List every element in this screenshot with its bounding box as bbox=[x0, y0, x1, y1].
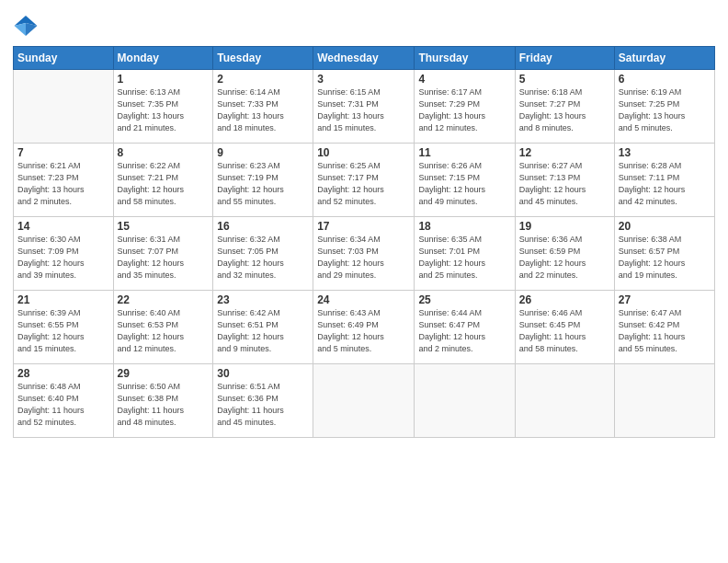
day-number: 1 bbox=[118, 73, 210, 86]
calendar-day-header: Wednesday bbox=[313, 47, 415, 70]
day-info: Sunrise: 6:32 AM Sunset: 7:05 PM Dayligh… bbox=[217, 234, 309, 282]
day-info: Sunrise: 6:13 AM Sunset: 7:35 PM Dayligh… bbox=[118, 86, 210, 134]
calendar-cell: 18Sunrise: 6:35 AM Sunset: 7:01 PM Dayli… bbox=[415, 217, 515, 291]
day-number: 2 bbox=[217, 73, 309, 86]
calendar-day-header: Thursday bbox=[415, 47, 515, 70]
calendar-cell: 22Sunrise: 6:40 AM Sunset: 6:53 PM Dayli… bbox=[113, 291, 213, 364]
day-number: 10 bbox=[317, 146, 410, 159]
day-number: 27 bbox=[619, 293, 711, 306]
calendar-cell: 9Sunrise: 6:23 AM Sunset: 7:19 PM Daylig… bbox=[213, 144, 313, 217]
day-info: Sunrise: 6:46 AM Sunset: 6:45 PM Dayligh… bbox=[519, 307, 610, 355]
calendar-cell: 12Sunrise: 6:27 AM Sunset: 7:13 PM Dayli… bbox=[515, 144, 614, 217]
day-info: Sunrise: 6:44 AM Sunset: 6:47 PM Dayligh… bbox=[418, 307, 510, 355]
calendar-week-row: 28Sunrise: 6:48 AM Sunset: 6:40 PM Dayli… bbox=[14, 364, 715, 438]
day-number: 26 bbox=[519, 293, 610, 306]
calendar-cell: 26Sunrise: 6:46 AM Sunset: 6:45 PM Dayli… bbox=[515, 291, 614, 364]
day-info: Sunrise: 6:39 AM Sunset: 6:55 PM Dayligh… bbox=[17, 307, 109, 355]
calendar-cell: 23Sunrise: 6:42 AM Sunset: 6:51 PM Dayli… bbox=[213, 291, 313, 364]
day-info: Sunrise: 6:19 AM Sunset: 7:25 PM Dayligh… bbox=[619, 86, 711, 134]
calendar-cell: 8Sunrise: 6:22 AM Sunset: 7:21 PM Daylig… bbox=[113, 144, 213, 217]
calendar-cell: 6Sunrise: 6:19 AM Sunset: 7:25 PM Daylig… bbox=[614, 70, 714, 144]
calendar-cell: 3Sunrise: 6:15 AM Sunset: 7:31 PM Daylig… bbox=[313, 70, 415, 144]
calendar-cell: 24Sunrise: 6:43 AM Sunset: 6:49 PM Dayli… bbox=[313, 291, 415, 364]
day-info: Sunrise: 6:36 AM Sunset: 6:59 PM Dayligh… bbox=[519, 234, 610, 282]
logo bbox=[13, 13, 42, 39]
day-info: Sunrise: 6:18 AM Sunset: 7:27 PM Dayligh… bbox=[519, 86, 610, 134]
calendar-cell: 29Sunrise: 6:50 AM Sunset: 6:38 PM Dayli… bbox=[113, 364, 213, 438]
day-info: Sunrise: 6:35 AM Sunset: 7:01 PM Dayligh… bbox=[418, 234, 510, 282]
day-info: Sunrise: 6:50 AM Sunset: 6:38 PM Dayligh… bbox=[118, 381, 210, 429]
calendar-cell: 16Sunrise: 6:32 AM Sunset: 7:05 PM Dayli… bbox=[213, 217, 313, 291]
day-info: Sunrise: 6:25 AM Sunset: 7:17 PM Dayligh… bbox=[317, 160, 410, 208]
calendar-cell: 20Sunrise: 6:38 AM Sunset: 6:57 PM Dayli… bbox=[614, 217, 714, 291]
day-info: Sunrise: 6:42 AM Sunset: 6:51 PM Dayligh… bbox=[217, 307, 309, 355]
day-info: Sunrise: 6:47 AM Sunset: 6:42 PM Dayligh… bbox=[619, 307, 711, 355]
day-info: Sunrise: 6:27 AM Sunset: 7:13 PM Dayligh… bbox=[519, 160, 610, 208]
logo-icon bbox=[13, 13, 39, 39]
calendar-cell: 27Sunrise: 6:47 AM Sunset: 6:42 PM Dayli… bbox=[614, 291, 714, 364]
day-number: 17 bbox=[317, 220, 410, 233]
day-info: Sunrise: 6:17 AM Sunset: 7:29 PM Dayligh… bbox=[418, 86, 510, 134]
day-number: 8 bbox=[118, 146, 210, 159]
calendar-cell: 17Sunrise: 6:34 AM Sunset: 7:03 PM Dayli… bbox=[313, 217, 415, 291]
day-number: 5 bbox=[519, 73, 610, 86]
day-number: 18 bbox=[418, 220, 510, 233]
day-number: 16 bbox=[217, 220, 309, 233]
calendar-cell bbox=[614, 364, 714, 438]
calendar-header-row: SundayMondayTuesdayWednesdayThursdayFrid… bbox=[14, 47, 715, 70]
calendar-week-row: 21Sunrise: 6:39 AM Sunset: 6:55 PM Dayli… bbox=[14, 291, 715, 364]
calendar-cell: 30Sunrise: 6:51 AM Sunset: 6:36 PM Dayli… bbox=[213, 364, 313, 438]
calendar-week-row: 1Sunrise: 6:13 AM Sunset: 7:35 PM Daylig… bbox=[14, 70, 715, 144]
header bbox=[13, 9, 715, 39]
day-number: 20 bbox=[619, 220, 711, 233]
calendar-cell: 19Sunrise: 6:36 AM Sunset: 6:59 PM Dayli… bbox=[515, 217, 614, 291]
day-number: 21 bbox=[17, 293, 109, 306]
day-info: Sunrise: 6:14 AM Sunset: 7:33 PM Dayligh… bbox=[217, 86, 309, 134]
calendar-day-header: Monday bbox=[113, 47, 213, 70]
calendar-cell: 4Sunrise: 6:17 AM Sunset: 7:29 PM Daylig… bbox=[415, 70, 515, 144]
calendar-cell: 28Sunrise: 6:48 AM Sunset: 6:40 PM Dayli… bbox=[14, 364, 114, 438]
day-info: Sunrise: 6:15 AM Sunset: 7:31 PM Dayligh… bbox=[317, 86, 410, 134]
day-info: Sunrise: 6:51 AM Sunset: 6:36 PM Dayligh… bbox=[217, 381, 309, 429]
calendar-table: SundayMondayTuesdayWednesdayThursdayFrid… bbox=[13, 46, 715, 438]
day-info: Sunrise: 6:28 AM Sunset: 7:11 PM Dayligh… bbox=[619, 160, 711, 208]
day-info: Sunrise: 6:31 AM Sunset: 7:07 PM Dayligh… bbox=[118, 234, 210, 282]
day-info: Sunrise: 6:40 AM Sunset: 6:53 PM Dayligh… bbox=[118, 307, 210, 355]
page-container: SundayMondayTuesdayWednesdayThursdayFrid… bbox=[0, 0, 728, 563]
day-info: Sunrise: 6:22 AM Sunset: 7:21 PM Dayligh… bbox=[118, 160, 210, 208]
calendar-cell bbox=[313, 364, 415, 438]
day-number: 22 bbox=[118, 293, 210, 306]
day-number: 9 bbox=[217, 146, 309, 159]
day-info: Sunrise: 6:23 AM Sunset: 7:19 PM Dayligh… bbox=[217, 160, 309, 208]
day-info: Sunrise: 6:34 AM Sunset: 7:03 PM Dayligh… bbox=[317, 234, 410, 282]
day-number: 4 bbox=[418, 73, 510, 86]
day-number: 7 bbox=[17, 146, 109, 159]
calendar-cell: 14Sunrise: 6:30 AM Sunset: 7:09 PM Dayli… bbox=[14, 217, 114, 291]
calendar-cell: 15Sunrise: 6:31 AM Sunset: 7:07 PM Dayli… bbox=[113, 217, 213, 291]
calendar-cell bbox=[14, 70, 114, 144]
day-number: 14 bbox=[17, 220, 109, 233]
day-info: Sunrise: 6:26 AM Sunset: 7:15 PM Dayligh… bbox=[418, 160, 510, 208]
day-info: Sunrise: 6:48 AM Sunset: 6:40 PM Dayligh… bbox=[17, 381, 109, 429]
calendar-cell: 21Sunrise: 6:39 AM Sunset: 6:55 PM Dayli… bbox=[14, 291, 114, 364]
calendar-cell: 13Sunrise: 6:28 AM Sunset: 7:11 PM Dayli… bbox=[614, 144, 714, 217]
calendar-cell: 10Sunrise: 6:25 AM Sunset: 7:17 PM Dayli… bbox=[313, 144, 415, 217]
day-info: Sunrise: 6:21 AM Sunset: 7:23 PM Dayligh… bbox=[17, 160, 109, 208]
day-number: 19 bbox=[519, 220, 610, 233]
day-number: 30 bbox=[217, 367, 309, 380]
day-number: 25 bbox=[418, 293, 510, 306]
calendar-cell: 7Sunrise: 6:21 AM Sunset: 7:23 PM Daylig… bbox=[14, 144, 114, 217]
calendar-day-header: Friday bbox=[515, 47, 614, 70]
calendar-cell: 1Sunrise: 6:13 AM Sunset: 7:35 PM Daylig… bbox=[113, 70, 213, 144]
day-number: 24 bbox=[317, 293, 410, 306]
calendar-cell bbox=[415, 364, 515, 438]
day-info: Sunrise: 6:30 AM Sunset: 7:09 PM Dayligh… bbox=[17, 234, 109, 282]
calendar-week-row: 14Sunrise: 6:30 AM Sunset: 7:09 PM Dayli… bbox=[14, 217, 715, 291]
calendar-cell bbox=[515, 364, 614, 438]
day-number: 29 bbox=[118, 367, 210, 380]
calendar-cell: 11Sunrise: 6:26 AM Sunset: 7:15 PM Dayli… bbox=[415, 144, 515, 217]
calendar-cell: 5Sunrise: 6:18 AM Sunset: 7:27 PM Daylig… bbox=[515, 70, 614, 144]
day-number: 28 bbox=[17, 367, 109, 380]
day-number: 12 bbox=[519, 146, 610, 159]
calendar-day-header: Sunday bbox=[14, 47, 114, 70]
